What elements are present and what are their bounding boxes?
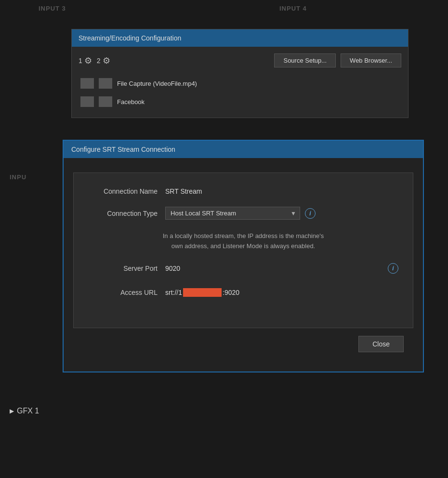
gear2-num: 2 <box>97 57 101 65</box>
url-redacted-ip <box>183 288 222 297</box>
row1-swatch1 <box>80 78 94 89</box>
source-setup-button[interactable]: Source Setup... <box>274 53 336 67</box>
connection-type-wrapper: Host Local SRT Stream Connect to Remote … <box>165 207 316 220</box>
row2-swatch2 <box>99 96 112 107</box>
streaming-toolbar: 1 ⚙ 2 ⚙ Source Setup... Web Browser... <box>79 53 401 67</box>
url-prefix: srt://1 <box>165 289 182 296</box>
info-symbol: i <box>309 210 311 217</box>
streaming-panel: Streaming/Encoding Configuration 1 ⚙ 2 ⚙… <box>71 29 408 118</box>
gfx-label: ▶ GFX 1 <box>10 407 39 415</box>
streaming-row-2: Facebook <box>79 93 401 111</box>
gear1-icon: ⚙ <box>84 55 92 66</box>
srt-dialog-body: Connection Name SRT Stream Connection Ty… <box>64 158 423 372</box>
server-port-info-icon[interactable]: i <box>388 263 398 274</box>
connection-name-row: Connection Name SRT Stream <box>88 187 398 195</box>
input4-label: INPUT 4 <box>279 5 307 12</box>
gear-item-2: 2 ⚙ <box>97 55 110 66</box>
row1-swatch2 <box>99 78 112 89</box>
srt-inner-panel: Connection Name SRT Stream Connection Ty… <box>73 173 413 328</box>
srt-dialog-header: Configure SRT Stream Connection <box>64 141 423 158</box>
play-icon: ▶ <box>10 408 14 414</box>
dialog-footer: Close <box>73 336 413 362</box>
gfx-text: GFX 1 <box>17 407 39 415</box>
connection-type-info-icon[interactable]: i <box>305 208 316 219</box>
streaming-panel-title: Streaming/Encoding Configuration <box>79 34 181 42</box>
connection-type-label: Connection Type <box>88 210 165 217</box>
connection-type-select[interactable]: Host Local SRT Stream Connect to Remote … <box>165 207 300 220</box>
server-port-row: Server Port 9020 i <box>88 263 398 274</box>
connection-description: In a locally hosted stream, the IP addre… <box>88 231 398 252</box>
streaming-panel-body: 1 ⚙ 2 ⚙ Source Setup... Web Browser... F… <box>72 47 408 118</box>
gear-item-1: 1 ⚙ <box>79 55 92 66</box>
connection-type-select-wrapper: Host Local SRT Stream Connect to Remote … <box>165 207 300 220</box>
server-port-label: Server Port <box>88 265 165 272</box>
gear1-num: 1 <box>79 57 82 65</box>
srt-dialog-title: Configure SRT Stream Connection <box>71 146 175 153</box>
access-url-value: srt://1:9020 <box>165 288 239 297</box>
web-browser-button[interactable]: Web Browser... <box>341 53 401 67</box>
connection-name-label: Connection Name <box>88 187 165 195</box>
gear2-icon: ⚙ <box>103 55 110 66</box>
port-info-symbol: i <box>392 265 394 272</box>
url-suffix: :9020 <box>223 289 239 296</box>
input-side-label: INPU <box>10 173 26 181</box>
access-url-row: Access URL srt://1:9020 <box>88 288 398 297</box>
server-port-value: 9020 <box>165 265 180 272</box>
srt-dialog: Configure SRT Stream Connection Connecti… <box>63 140 424 372</box>
streaming-panel-header: Streaming/Encoding Configuration <box>72 29 408 47</box>
streaming-row-1: File Capture (VideoFile.mp4) <box>79 74 401 93</box>
connection-type-row: Connection Type Host Local SRT Stream Co… <box>88 207 398 220</box>
row2-swatch1 <box>80 96 94 107</box>
input3-label: INPUT 3 <box>39 5 66 12</box>
access-url-label: Access URL <box>88 289 165 296</box>
connection-name-value: SRT Stream <box>165 187 202 195</box>
row1-label: File Capture (VideoFile.mp4) <box>117 80 197 87</box>
row2-label: Facebook <box>117 98 145 106</box>
close-button[interactable]: Close <box>358 336 404 352</box>
